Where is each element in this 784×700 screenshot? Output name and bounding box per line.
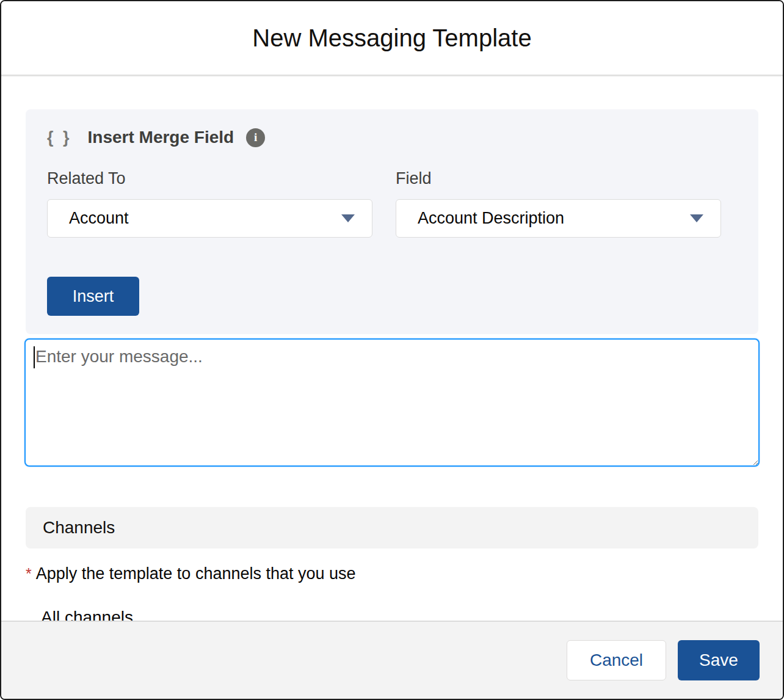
message-editor xyxy=(24,338,760,467)
related-to-label: Related To xyxy=(47,169,372,188)
merge-field-braces-icon: { } xyxy=(47,128,72,147)
modal-footer: Cancel Save xyxy=(1,621,783,699)
page-title: New Messaging Template xyxy=(252,24,531,52)
modal-body: { } Insert Merge Field i Related To Acco… xyxy=(1,76,783,627)
message-input[interactable] xyxy=(24,338,760,467)
text-cursor xyxy=(34,346,35,368)
channels-section-header: Channels xyxy=(26,507,758,549)
chevron-down-icon xyxy=(341,214,355,222)
required-asterisk: * xyxy=(26,564,32,583)
channels-instruction: * Apply the template to channels that yo… xyxy=(26,564,758,583)
channels-title: Channels xyxy=(43,518,115,538)
related-to-dropdown[interactable]: Account xyxy=(47,199,372,238)
merge-panel-header: { } Insert Merge Field i xyxy=(47,128,721,147)
insert-merge-field-panel: { } Insert Merge Field i Related To Acco… xyxy=(26,109,758,334)
modal-header: New Messaging Template xyxy=(1,1,783,76)
field-label: Field xyxy=(396,169,721,188)
merge-field-selectors: Related To Account Field Account Descrip… xyxy=(47,169,721,238)
field-column: Field Account Description xyxy=(396,169,721,238)
info-icon[interactable]: i xyxy=(246,128,265,147)
chevron-down-icon xyxy=(690,214,703,222)
related-to-value: Account xyxy=(69,209,129,228)
related-to-column: Related To Account xyxy=(47,169,372,238)
merge-panel-title: Insert Merge Field xyxy=(88,128,234,147)
cancel-button[interactable]: Cancel xyxy=(567,640,666,680)
save-button[interactable]: Save xyxy=(678,640,760,680)
channels-instruction-text: Apply the template to channels that you … xyxy=(36,564,356,583)
insert-button[interactable]: Insert xyxy=(47,277,139,316)
new-messaging-template-modal: New Messaging Template { } Insert Merge … xyxy=(0,0,784,700)
field-dropdown[interactable]: Account Description xyxy=(396,199,721,238)
field-value: Account Description xyxy=(418,209,564,228)
